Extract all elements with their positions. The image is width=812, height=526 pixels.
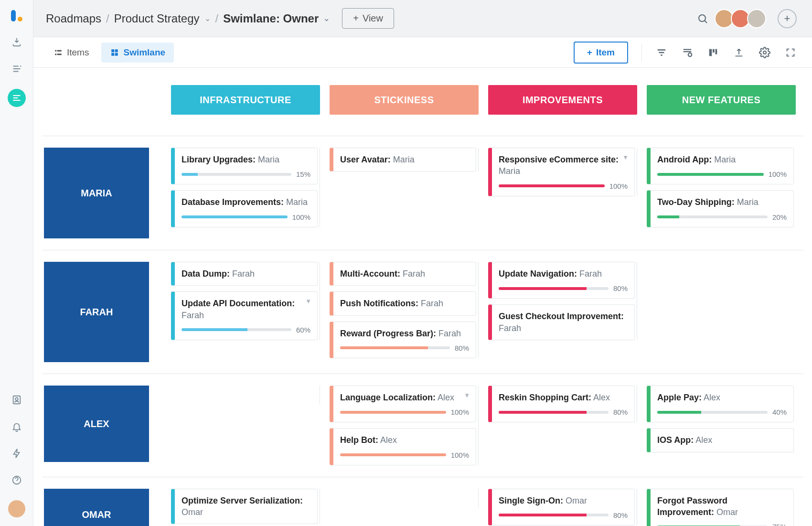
progress: 20% bbox=[657, 213, 787, 221]
link-filter-icon[interactable] bbox=[681, 46, 694, 59]
swimlane-board: INFRASTRUCTURESTICKINESSIMPROVEMENTSNEW … bbox=[33, 68, 812, 526]
chevron-down-icon[interactable]: ▼ bbox=[464, 392, 470, 399]
card-title: Responsive eCommerce site: Maria bbox=[499, 154, 628, 177]
card[interactable]: Apple Pay: Alex40% bbox=[647, 386, 794, 422]
import-icon[interactable] bbox=[10, 35, 23, 49]
card[interactable]: Database Improvements: Maria100% bbox=[171, 190, 318, 227]
progress-label: 75% bbox=[772, 523, 787, 526]
contacts-icon[interactable] bbox=[10, 393, 23, 407]
breadcrumb-view-label: Swimlane: Owner bbox=[223, 12, 319, 25]
progress-label: 80% bbox=[613, 408, 628, 416]
swimlane-label[interactable]: MARIA bbox=[44, 148, 149, 238]
breadcrumb-project[interactable]: Product Strategy ⌄ bbox=[114, 12, 211, 25]
tab-swimlane[interactable]: Swimlane bbox=[101, 43, 174, 63]
card-title: Data Dump: Farah bbox=[182, 268, 310, 279]
progress-label: 80% bbox=[613, 511, 628, 519]
card[interactable]: Update Navigation: Farah80% bbox=[488, 262, 635, 299]
progress: 100% bbox=[340, 408, 469, 416]
search-icon[interactable] bbox=[696, 12, 709, 25]
card[interactable]: Reskin Shopping Cart: Alex80% bbox=[488, 386, 635, 422]
card[interactable]: Push Notifications: Farah bbox=[330, 291, 476, 315]
card[interactable]: Data Dump: Farah bbox=[171, 262, 318, 286]
svg-rect-16 bbox=[713, 49, 715, 52]
list-icon[interactable] bbox=[10, 62, 23, 75]
collaborator-avatar[interactable] bbox=[747, 9, 766, 28]
view-toolbar: Items Swimlane + Item bbox=[33, 37, 812, 68]
card-title: Language Localization: Alex bbox=[340, 392, 469, 403]
card[interactable]: User Avatar: Maria bbox=[330, 148, 476, 172]
card[interactable]: Responsive eCommerce site: Maria▼100% bbox=[488, 148, 635, 196]
add-collaborator-button[interactable]: + bbox=[778, 9, 797, 28]
card-title: Android App: Maria bbox=[657, 154, 787, 165]
breadcrumb-separator: / bbox=[215, 12, 219, 25]
breadcrumb-view[interactable]: Swimlane: Owner ⌄ bbox=[223, 12, 330, 25]
filter-icon[interactable] bbox=[655, 46, 668, 59]
list-icon bbox=[53, 48, 63, 57]
column-header[interactable]: IMPROVEMENTS bbox=[488, 85, 637, 115]
progress: 80% bbox=[499, 511, 628, 519]
tab-swimlane-label: Swimlane bbox=[123, 47, 165, 58]
swimlane-label[interactable]: ALEX bbox=[44, 386, 149, 462]
breadcrumb-root[interactable]: Roadmaps bbox=[46, 12, 101, 25]
card[interactable]: Help Bot: Alex100% bbox=[330, 428, 476, 465]
svg-rect-12 bbox=[112, 53, 115, 55]
card-title: Guest Checkout Improvement: Farah bbox=[499, 311, 628, 334]
collaborator-avatars[interactable] bbox=[717, 9, 766, 28]
card[interactable]: Language Localization: Alex▼100% bbox=[330, 386, 476, 422]
progress-label: 15% bbox=[296, 170, 310, 178]
card[interactable]: Multi-Account: Farah bbox=[330, 262, 476, 286]
fullscreen-icon[interactable] bbox=[784, 46, 797, 59]
card[interactable]: Guest Checkout Improvement: Farah bbox=[488, 304, 635, 340]
svg-rect-15 bbox=[709, 49, 712, 56]
progress: 60% bbox=[182, 326, 310, 334]
add-view-button[interactable]: + View bbox=[342, 8, 394, 29]
roadmap-icon[interactable] bbox=[8, 89, 26, 107]
progress-label: 40% bbox=[772, 408, 787, 416]
column-header[interactable]: STICKINESS bbox=[330, 85, 479, 115]
chevron-down-icon[interactable]: ▼ bbox=[622, 154, 629, 161]
notifications-icon[interactable] bbox=[10, 420, 23, 433]
swimlane-label[interactable]: FARAH bbox=[44, 262, 149, 362]
export-icon[interactable] bbox=[733, 46, 745, 59]
progress: 80% bbox=[499, 408, 628, 416]
card[interactable]: Two-Day Shipping: Maria20% bbox=[647, 190, 794, 227]
card[interactable]: Optimize Server Serialization: Omar bbox=[171, 489, 318, 525]
card[interactable]: Reward (Progress Bar): Farah80% bbox=[330, 322, 476, 358]
plus-icon: + bbox=[587, 47, 592, 58]
column-header[interactable]: INFRASTRUCTURE bbox=[171, 85, 320, 115]
progress-label: 60% bbox=[296, 326, 310, 334]
svg-point-14 bbox=[688, 53, 692, 56]
card[interactable]: Single Sign-On: Omar80% bbox=[488, 489, 635, 526]
help-icon[interactable] bbox=[10, 473, 23, 487]
card[interactable]: Forgot Password Improvement: Omar75% bbox=[647, 489, 794, 526]
chevron-down-icon: ⌄ bbox=[204, 14, 211, 23]
left-rail bbox=[0, 0, 33, 526]
add-item-button[interactable]: + Item bbox=[574, 42, 628, 64]
columns-icon[interactable] bbox=[707, 46, 719, 59]
chevron-down-icon[interactable]: ▼ bbox=[305, 298, 311, 305]
svg-rect-8 bbox=[55, 54, 56, 55]
card-title: Reskin Shopping Cart: Alex bbox=[499, 392, 628, 403]
svg-rect-11 bbox=[115, 49, 118, 52]
card[interactable]: IOS App: Alex bbox=[647, 428, 794, 452]
progress-label: 100% bbox=[451, 408, 469, 416]
user-avatar[interactable] bbox=[8, 500, 25, 517]
swimlane-label[interactable]: OMAR bbox=[44, 489, 149, 526]
card-title: Optimize Server Serialization: Omar bbox=[182, 495, 310, 518]
card[interactable]: Update API Documentation: Farah▼60% bbox=[171, 291, 318, 340]
progress-label: 80% bbox=[613, 284, 628, 292]
app-logo[interactable] bbox=[10, 9, 24, 23]
card-title: Database Improvements: Maria bbox=[182, 196, 310, 208]
card[interactable]: Android App: Maria100% bbox=[647, 148, 794, 184]
card[interactable]: Library Upgrades: Maria15% bbox=[171, 148, 318, 184]
svg-rect-6 bbox=[55, 50, 56, 51]
chevron-down-icon: ⌄ bbox=[323, 14, 330, 23]
card-title: Reward (Progress Bar): Farah bbox=[340, 328, 469, 339]
bolt-icon[interactable] bbox=[10, 447, 23, 460]
tab-items[interactable]: Items bbox=[45, 43, 97, 63]
column-header[interactable]: NEW FEATURES bbox=[647, 85, 796, 115]
card-title: Two-Day Shipping: Maria bbox=[657, 196, 787, 208]
card-title: Update API Documentation: Farah bbox=[182, 298, 310, 321]
gear-icon[interactable] bbox=[759, 46, 771, 59]
card-title: Forgot Password Improvement: Omar bbox=[657, 495, 787, 518]
